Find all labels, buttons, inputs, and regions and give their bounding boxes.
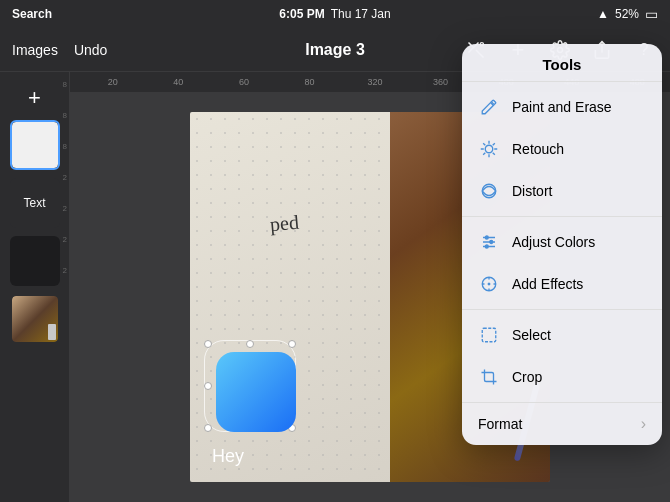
tools-section-1: Paint and Erase Retouch Distort bbox=[462, 82, 662, 217]
sidebar-ruler: 8 8 8 2 2 2 2 bbox=[63, 80, 69, 275]
left-sidebar: + Text 8 8 8 2 2 2 2 bbox=[0, 72, 70, 502]
status-bar: Search 6:05 PM Thu 17 Jan ▲ 52% ▭ bbox=[0, 0, 670, 28]
text-layer-img: Text bbox=[10, 178, 60, 228]
select-icon bbox=[478, 324, 500, 346]
handle-tr[interactable] bbox=[288, 340, 296, 348]
svg-point-12 bbox=[488, 283, 490, 285]
select-label: Select bbox=[512, 327, 551, 343]
crop-item[interactable]: Crop bbox=[462, 356, 662, 398]
battery-percent: 52% bbox=[615, 7, 639, 21]
handle-bl[interactable] bbox=[204, 424, 212, 432]
retouch-item[interactable]: Retouch bbox=[462, 128, 662, 170]
battery-icon: ▭ bbox=[645, 6, 658, 22]
blue-square bbox=[216, 352, 296, 432]
thumbnail-4[interactable] bbox=[10, 294, 60, 344]
thumbnail-1-img bbox=[10, 120, 60, 170]
thumb-photo-bg bbox=[12, 296, 58, 342]
paint-erase-icon bbox=[478, 96, 500, 118]
format-label: Format bbox=[478, 416, 641, 432]
retouch-label: Retouch bbox=[512, 141, 564, 157]
tools-section-3: Select Crop bbox=[462, 310, 662, 403]
svg-point-10 bbox=[485, 245, 488, 248]
thumbnail-1[interactable] bbox=[10, 120, 60, 170]
format-item[interactable]: Format › bbox=[462, 403, 662, 445]
thumbnail-3[interactable] bbox=[10, 236, 60, 286]
svg-point-3 bbox=[485, 145, 493, 153]
status-right: ▲ 52% ▭ bbox=[597, 6, 658, 22]
status-left: Search bbox=[12, 7, 52, 21]
add-effects-label: Add Effects bbox=[512, 276, 583, 292]
paint-erase-label: Paint and Erase bbox=[512, 99, 612, 115]
retouch-icon bbox=[478, 138, 500, 160]
thumbnail-4-img bbox=[10, 294, 60, 344]
adjust-colors-icon bbox=[478, 231, 500, 253]
crop-icon bbox=[478, 366, 500, 388]
text-layer-item[interactable]: Text bbox=[10, 178, 60, 228]
svg-point-9 bbox=[490, 241, 493, 244]
distort-icon bbox=[478, 180, 500, 202]
page-title: Image 3 bbox=[227, 41, 442, 59]
handle-ml[interactable] bbox=[204, 382, 212, 390]
adjust-colors-item[interactable]: Adjust Colors bbox=[462, 221, 662, 263]
add-effects-icon bbox=[478, 273, 500, 295]
svg-point-8 bbox=[485, 236, 488, 239]
search-label: Search bbox=[12, 7, 52, 21]
text-layer-label: Text bbox=[23, 196, 45, 210]
adjust-colors-label: Adjust Colors bbox=[512, 234, 595, 250]
toolbar-left: Images Undo bbox=[12, 42, 227, 58]
wifi-icon: ▲ bbox=[597, 7, 609, 21]
thumb-white-bg bbox=[12, 122, 58, 168]
paint-erase-item[interactable]: Paint and Erase bbox=[462, 86, 662, 128]
crop-label: Crop bbox=[512, 369, 542, 385]
select-item[interactable]: Select bbox=[462, 314, 662, 356]
distort-label: Distort bbox=[512, 183, 552, 199]
add-layer-button[interactable]: + bbox=[17, 80, 53, 116]
distort-item[interactable]: Distort bbox=[462, 170, 662, 212]
thumbnail-3-img bbox=[10, 236, 60, 286]
format-chevron-icon: › bbox=[641, 415, 646, 433]
date-display: Thu 17 Jan bbox=[331, 7, 391, 21]
svg-rect-13 bbox=[482, 328, 496, 342]
handle-tm[interactable] bbox=[246, 340, 254, 348]
time-display: 6:05 PM bbox=[279, 7, 324, 21]
undo-button[interactable]: Undo bbox=[74, 42, 107, 58]
add-effects-item[interactable]: Add Effects bbox=[462, 263, 662, 305]
hey-text: Hey bbox=[212, 446, 244, 467]
handwriting-text: ped bbox=[269, 211, 300, 236]
tools-header: Tools bbox=[462, 44, 662, 82]
blue-square-container[interactable] bbox=[210, 346, 296, 432]
tools-popup: Tools Paint and Erase Retouch bbox=[462, 44, 662, 445]
tools-section-2: Adjust Colors Add Effects bbox=[462, 217, 662, 310]
images-button[interactable]: Images bbox=[12, 42, 58, 58]
handle-tl[interactable] bbox=[204, 340, 212, 348]
